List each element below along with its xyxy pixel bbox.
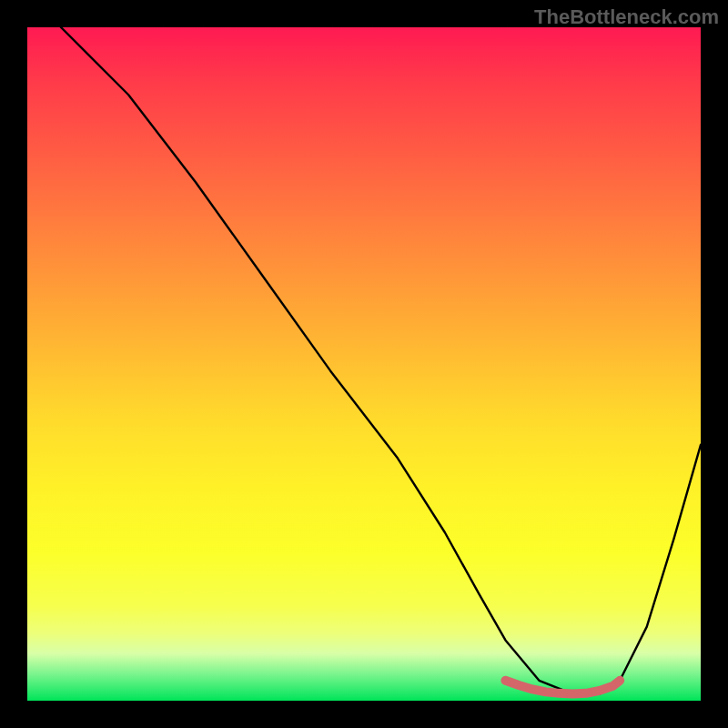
chart-svg — [27, 27, 701, 701]
chart-container: TheBottleneck.com — [0, 0, 728, 728]
bottleneck-curve — [61, 27, 701, 694]
watermark-text: TheBottleneck.com — [534, 5, 719, 29]
bottom-band — [505, 681, 620, 694]
